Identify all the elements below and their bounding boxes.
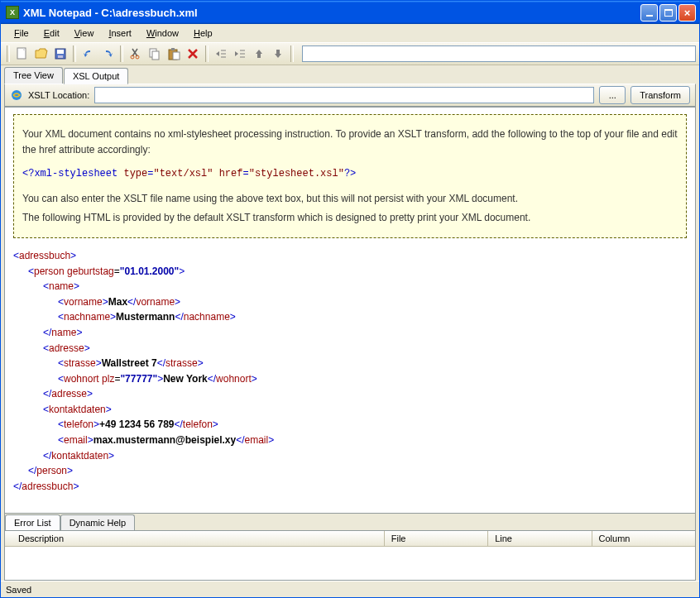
tab-xsl-output[interactable]: XSL Output xyxy=(64,68,128,84)
output-scroll[interactable]: Your XML document contains no xml-styles… xyxy=(5,108,695,513)
status-bar: Saved xyxy=(1,581,699,597)
tab-tree-view[interactable]: Tree View xyxy=(4,67,63,84)
notice-pi: <?xml-stylesheet type="text/xsl" href="s… xyxy=(22,166,678,182)
tab-error-list[interactable]: Error List xyxy=(5,514,60,530)
menu-insert[interactable]: Insert xyxy=(102,26,138,40)
error-grid-body xyxy=(5,547,695,580)
col-line[interactable]: Line xyxy=(488,531,592,547)
ie-icon xyxy=(10,89,23,102)
menu-help[interactable]: Help xyxy=(187,26,219,40)
col-column[interactable]: Column xyxy=(592,531,695,547)
col-file[interactable]: File xyxy=(385,531,488,547)
minimize-button[interactable] xyxy=(640,4,658,22)
new-icon[interactable] xyxy=(13,45,31,63)
indent-icon[interactable] xyxy=(231,45,249,63)
menu-file[interactable]: File xyxy=(7,26,36,40)
output-area: Your XML document contains no xml-styles… xyxy=(4,107,696,514)
xslt-notice: Your XML document contains no xml-styles… xyxy=(13,114,687,238)
toolbar-find-input[interactable] xyxy=(302,45,696,62)
toolbar xyxy=(1,42,699,65)
undo-icon[interactable] xyxy=(79,45,98,63)
menu-window[interactable]: Window xyxy=(140,26,185,40)
svg-rect-10 xyxy=(173,52,180,60)
svg-rect-2 xyxy=(57,50,64,54)
main-tabs: Tree View XSL Output xyxy=(4,67,696,84)
svg-rect-9 xyxy=(171,48,175,50)
xslt-location-input[interactable] xyxy=(94,87,594,103)
svg-rect-17 xyxy=(257,54,261,58)
title-bar[interactable]: X XML Notepad - C:\adressbuch.xml × xyxy=(1,1,699,24)
xml-output: <adressbuch> <person geburtstag="01.01.2… xyxy=(13,248,687,495)
menu-bar: File Edit View Insert Window Help xyxy=(1,24,699,42)
notice-line-1: Your XML document contains no xml-styles… xyxy=(22,127,678,158)
copy-icon[interactable] xyxy=(146,45,164,63)
redo-icon[interactable] xyxy=(98,45,117,63)
xslt-location-bar: XSLT Location: ... Transform xyxy=(4,84,696,107)
app-icon: X xyxy=(6,6,19,19)
tab-dynamic-help[interactable]: Dynamic Help xyxy=(60,514,135,530)
delete-icon[interactable] xyxy=(184,45,202,63)
error-grid-header: Description File Line Column xyxy=(5,530,695,547)
status-text: Saved xyxy=(6,585,31,595)
col-description[interactable]: Description xyxy=(5,531,385,547)
menu-edit[interactable]: Edit xyxy=(37,26,66,40)
movedown-icon[interactable] xyxy=(269,45,287,63)
open-icon[interactable] xyxy=(32,45,50,63)
browse-button[interactable]: ... xyxy=(599,86,626,104)
close-button[interactable]: × xyxy=(678,4,696,22)
svg-rect-18 xyxy=(276,50,280,54)
maximize-button[interactable] xyxy=(659,4,677,22)
window-title: XML Notepad - C:\adressbuch.xml xyxy=(23,7,640,19)
outdent-icon[interactable] xyxy=(212,45,230,63)
notice-line-3: The following HTML is provided by the de… xyxy=(22,210,678,226)
moveup-icon[interactable] xyxy=(250,45,268,63)
cut-icon[interactable] xyxy=(127,45,145,63)
save-icon[interactable] xyxy=(51,45,70,63)
svg-rect-3 xyxy=(58,55,63,58)
paste-icon[interactable] xyxy=(165,45,183,63)
notice-line-2: You can also enter the XSLT file name us… xyxy=(22,191,678,207)
transform-button[interactable]: Transform xyxy=(630,86,690,104)
bottom-panel: Error List Dynamic Help Description File… xyxy=(4,514,696,581)
svg-rect-7 xyxy=(152,51,159,60)
menu-view[interactable]: View xyxy=(68,26,101,40)
xslt-location-label: XSLT Location: xyxy=(28,90,89,100)
main-window: X XML Notepad - C:\adressbuch.xml × File… xyxy=(0,0,700,598)
